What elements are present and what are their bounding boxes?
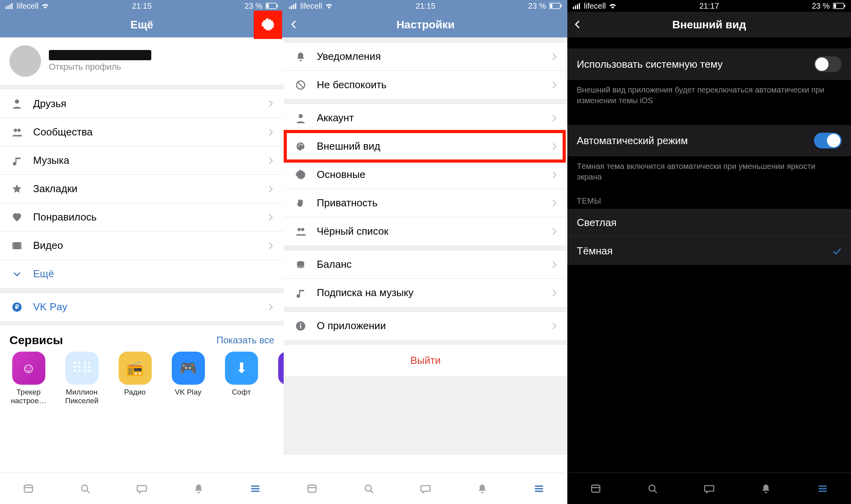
logout-button[interactable]: Выйти bbox=[284, 345, 567, 376]
service-label: VK Play bbox=[167, 388, 209, 397]
auto-mode-row[interactable]: Автоматический режим bbox=[567, 125, 851, 156]
menu-row-group[interactable]: Сообщества bbox=[0, 118, 284, 146]
menu-label: Закладки bbox=[33, 183, 267, 195]
status-bar: lifecell 21:15 23 % bbox=[284, 0, 567, 12]
wifi-icon bbox=[609, 3, 616, 9]
chevron-right-icon bbox=[551, 81, 558, 89]
coins-icon bbox=[293, 259, 308, 270]
bell-icon bbox=[293, 52, 308, 62]
tab-menu[interactable] bbox=[533, 484, 545, 494]
tab-messages[interactable] bbox=[703, 484, 715, 494]
service-item[interactable]: ⬇ Софт bbox=[221, 352, 262, 405]
tab-search[interactable] bbox=[647, 484, 658, 494]
menu-row-music[interactable]: Музыка bbox=[0, 146, 284, 174]
back-button[interactable] bbox=[290, 12, 299, 37]
time-label: 21:15 bbox=[132, 2, 152, 11]
show-all-link[interactable]: Показать все bbox=[216, 335, 274, 346]
vk-pay-row[interactable]: VK Pay bbox=[0, 293, 284, 321]
info-icon bbox=[293, 321, 308, 331]
settings-row-hand[interactable]: Приватность bbox=[284, 189, 567, 217]
tab-menu[interactable] bbox=[249, 484, 261, 494]
services-title: Сервисы bbox=[9, 334, 63, 347]
header: Настройки bbox=[284, 12, 567, 37]
service-label: Софт bbox=[221, 388, 262, 397]
theme-option[interactable]: Светлая bbox=[567, 209, 851, 237]
service-icon: 🎮 bbox=[172, 352, 205, 385]
music-icon bbox=[293, 288, 308, 298]
avatar bbox=[9, 45, 41, 77]
chevron-right-icon bbox=[551, 199, 558, 207]
settings-row-bell[interactable]: Уведомления bbox=[284, 42, 567, 70]
screen-more: lifecell 21:15 23 % Ещё Открыть профиль … bbox=[0, 0, 284, 504]
back-button[interactable] bbox=[574, 12, 582, 37]
menu-row-star[interactable]: Закладки bbox=[0, 174, 284, 203]
settings-row-group[interactable]: Чёрный список bbox=[284, 217, 567, 245]
star-icon bbox=[9, 184, 24, 194]
chevron-right-icon bbox=[267, 100, 274, 107]
menu-label: Музыка bbox=[33, 154, 267, 167]
more-expand-row[interactable]: Ещё bbox=[0, 259, 284, 288]
ruble-icon bbox=[9, 302, 24, 312]
auto-mode-toggle[interactable] bbox=[814, 133, 842, 148]
battery-label: 23 % bbox=[812, 2, 830, 11]
settings-button[interactable] bbox=[254, 11, 282, 39]
menu-label: Понравилось bbox=[33, 211, 267, 223]
page-title: Настройки bbox=[396, 19, 455, 31]
menu-row-heart[interactable]: Понравилось bbox=[0, 203, 284, 231]
auto-mode-label: Автоматический режим bbox=[577, 135, 688, 147]
settings-row-user[interactable]: Аккаунт bbox=[284, 104, 567, 132]
settings-label: Внешний вид bbox=[317, 140, 551, 152]
open-profile-label: Открыть профиль bbox=[49, 62, 151, 72]
system-theme-row[interactable]: Использовать системную тему bbox=[567, 48, 851, 80]
battery-icon bbox=[549, 2, 562, 9]
battery-icon bbox=[266, 2, 278, 9]
signal-icon bbox=[573, 3, 581, 9]
tab-feed[interactable] bbox=[22, 484, 34, 494]
chevron-right-icon bbox=[267, 185, 274, 193]
service-item[interactable]: ▲ Ораку bbox=[274, 352, 284, 405]
tab-notifications[interactable] bbox=[193, 484, 204, 494]
tab-messages[interactable] bbox=[136, 484, 148, 494]
settings-label: Аккаунт bbox=[317, 112, 551, 124]
chevron-right-icon bbox=[267, 303, 274, 311]
service-item[interactable]: 📻 Радио bbox=[114, 352, 156, 405]
settings-row-info[interactable]: О приложении bbox=[284, 311, 567, 340]
hand-icon bbox=[293, 198, 308, 208]
settings-label: Баланс bbox=[317, 258, 551, 271]
profile-row[interactable]: Открыть профиль bbox=[0, 37, 284, 85]
service-item[interactable]: ⠿⠿ Миллион Пикселей bbox=[61, 352, 102, 405]
chevron-right-icon bbox=[267, 157, 274, 165]
menu-row-video[interactable]: Видео bbox=[0, 231, 284, 259]
header: Внешний вид bbox=[567, 12, 851, 37]
battery-icon bbox=[833, 2, 845, 9]
tab-menu[interactable] bbox=[817, 484, 829, 494]
settings-label: Чёрный список bbox=[317, 225, 551, 237]
settings-row-music[interactable]: Подписка на музыку bbox=[284, 278, 567, 307]
tab-feed[interactable] bbox=[306, 484, 318, 494]
menu-row-user[interactable]: Друзья bbox=[0, 89, 284, 118]
service-item[interactable]: 🎮 VK Play bbox=[167, 352, 209, 405]
music-icon bbox=[9, 156, 24, 166]
service-item[interactable]: ☺ Трекер настрое… bbox=[8, 352, 49, 405]
theme-option[interactable]: Тёмная bbox=[567, 237, 851, 265]
wifi-icon bbox=[325, 3, 333, 9]
group-icon bbox=[9, 127, 24, 137]
tab-messages[interactable] bbox=[420, 484, 431, 494]
tab-search[interactable] bbox=[363, 484, 375, 494]
settings-row-dnd[interactable]: Не беспокоить bbox=[284, 70, 567, 99]
time-label: 21:17 bbox=[699, 2, 719, 11]
system-theme-toggle[interactable] bbox=[814, 56, 842, 72]
tab-notifications[interactable] bbox=[476, 484, 488, 494]
chevron-right-icon bbox=[551, 261, 558, 269]
settings-row-coins[interactable]: Баланс bbox=[284, 250, 567, 278]
settings-row-gear[interactable]: Основные bbox=[284, 160, 567, 189]
heart-icon bbox=[9, 212, 24, 222]
settings-label: Приватность bbox=[317, 197, 551, 209]
tab-feed[interactable] bbox=[590, 484, 602, 494]
tab-search[interactable] bbox=[79, 484, 91, 494]
tab-notifications[interactable] bbox=[760, 484, 772, 494]
theme-label: Тёмная bbox=[577, 245, 613, 257]
settings-row-palette[interactable]: Внешний вид bbox=[284, 132, 567, 160]
signal-icon bbox=[6, 3, 13, 9]
services-header: Сервисы Показать все bbox=[0, 326, 284, 352]
